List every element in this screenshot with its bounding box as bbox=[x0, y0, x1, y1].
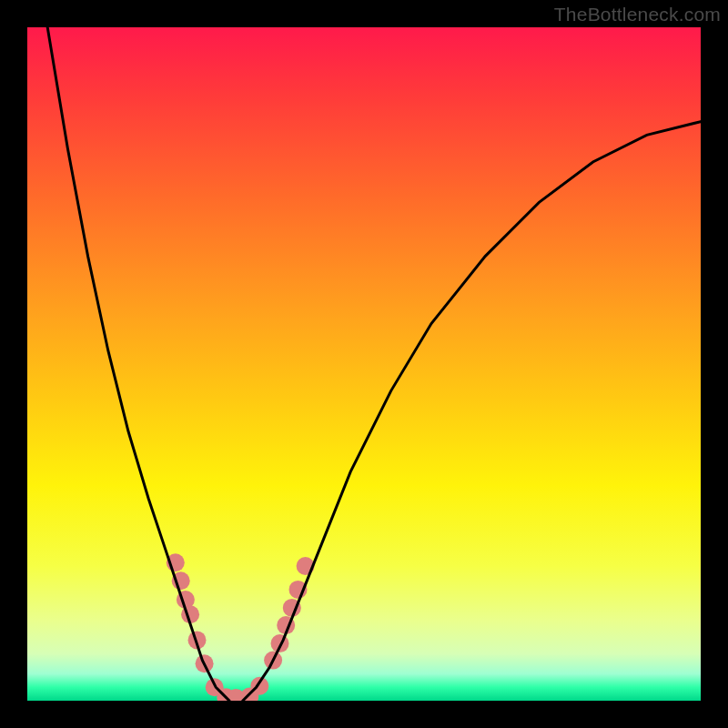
plot-area bbox=[27, 27, 701, 701]
right-curve bbox=[243, 122, 701, 701]
chart-frame: TheBottleneck.com bbox=[0, 0, 728, 728]
curve-svg bbox=[27, 27, 701, 701]
left-curve bbox=[47, 27, 229, 701]
watermark-text: TheBottleneck.com bbox=[554, 4, 721, 25]
data-marker bbox=[250, 677, 268, 695]
marker-layer bbox=[167, 553, 315, 701]
